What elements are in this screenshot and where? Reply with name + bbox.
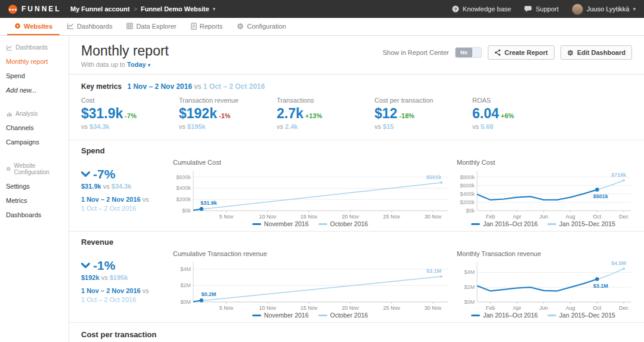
summary-dates: 1 Nov – 2 Nov 2016 vs 1 Oct – 2 Oct 2016 <box>81 195 171 213</box>
metric-cost-per-transaction[interactable]: Cost per transaction $12-18% vs $15 <box>374 97 472 130</box>
metric-cost[interactable]: Cost $31.9k-7% vs $34.3k <box>81 97 179 130</box>
funnel-logo-icon: ●●● <box>8 5 17 14</box>
tab-label: Dashboards <box>77 23 112 30</box>
chart-title: Monthly Transaction revenue <box>454 250 632 257</box>
legend-item[interactable]: Jan 2015–Dec 2015 <box>547 220 615 227</box>
svg-text:$31.9k: $31.9k <box>200 200 218 206</box>
main-nav: Websites Dashboards Data Explorer Report… <box>0 18 644 36</box>
breadcrumb-account[interactable]: My Funnel account <box>70 5 130 13</box>
svg-text:20 Nov: 20 Nov <box>342 214 359 220</box>
chart-plot[interactable]: $0k$200k$400k$600k$800kFebAprJunAugOctDe… <box>454 167 632 220</box>
svg-text:5 Nov: 5 Nov <box>219 305 234 311</box>
sidebar-item-dashboards[interactable]: Dashboards <box>0 208 69 222</box>
legend-label: Jan 2016–Oct 2016 <box>483 220 538 227</box>
funnel-logo[interactable]: ●●● FUNNEL <box>0 5 70 14</box>
legend-swatch <box>252 223 261 225</box>
svg-text:5 Nov: 5 Nov <box>219 214 234 220</box>
report-center-label: Show in Report Center <box>383 49 449 56</box>
report-center-toggle[interactable]: No <box>455 47 482 58</box>
svg-text:25 Nov: 25 Nov <box>383 305 401 311</box>
sidebar-item-campaigns[interactable]: Campaigns <box>0 135 69 149</box>
svg-text:?: ? <box>454 7 457 12</box>
question-icon: ? <box>452 5 459 13</box>
spend-summary[interactable]: -7% $31.9k vs $34.3k 1 Nov – 2 Nov 2016 … <box>81 159 171 213</box>
metric-delta: +13% <box>305 112 322 119</box>
delta-value: -1% <box>93 258 115 273</box>
svg-text:30 Nov: 30 Nov <box>425 214 442 220</box>
svg-text:$400k: $400k <box>176 185 191 191</box>
sidebar-item-channels[interactable]: Channels <box>0 121 69 135</box>
svg-text:Apr: Apr <box>513 214 521 220</box>
chevron-down-icon <box>81 171 90 177</box>
chart-plot[interactable]: $0M$2M$4M5 Nov10 Nov15 Nov20 Nov25 Nov30… <box>171 258 450 311</box>
key-metrics-title: Key metrics <box>81 82 122 91</box>
page-header: Monthly report With data up to Today ▾ S… <box>69 36 644 75</box>
chart-plot[interactable]: $0k$200k$400k$600k5 Nov10 Nov15 Nov20 No… <box>171 167 450 220</box>
data-up-to-selector[interactable]: Today ▾ <box>127 61 150 68</box>
tab-data-explorer[interactable]: Data Explorer <box>119 18 183 35</box>
breadcrumb-separator: > <box>134 5 137 13</box>
edit-dashboard-label: Edit Dashboard <box>577 49 626 56</box>
compare-period-label[interactable]: 1 Oct – 2 Oct 2016 <box>203 82 265 91</box>
svg-text:$4M: $4M <box>464 269 475 275</box>
support-link[interactable]: Support <box>524 5 559 13</box>
chevron-down-icon[interactable]: ▾ <box>213 6 216 12</box>
chart-canvas: $0M$2M$4M5 Nov10 Nov15 Nov20 Nov25 Nov30… <box>171 258 450 311</box>
page-subtitle: With data up to Today ▾ <box>81 61 169 68</box>
key-metrics-header: Key metrics 1 Nov – 2 Nov 2016 vs 1 Oct … <box>81 82 632 91</box>
user-menu[interactable]: Juuso Lyytikkä ▾ <box>572 4 636 15</box>
svg-text:$2M: $2M <box>464 284 475 290</box>
tab-dashboards[interactable]: Dashboards <box>60 18 119 35</box>
sidebar-item-spend[interactable]: Spend <box>0 69 69 83</box>
create-report-label: Create Report <box>504 49 548 56</box>
chart-canvas: $0M$2M$4MFebAprJunAugOctDec$4.5M$3.1M <box>454 258 632 311</box>
svg-text:$600k: $600k <box>176 174 191 180</box>
legend-item[interactable]: October 2016 <box>318 220 369 227</box>
vs-label: vs <box>194 82 201 91</box>
svg-text:Jun: Jun <box>540 305 549 311</box>
chart-plot[interactable]: $0M$2M$4MFebAprJunAugOctDec$4.5M$3.1M <box>454 258 632 311</box>
chart-legend: Jan 2016–Oct 2016Jan 2015–Dec 2015 <box>454 220 632 227</box>
sidebar-item-settings[interactable]: Settings <box>0 179 69 193</box>
sidebar-header-dashboards: Dashboards <box>0 39 69 54</box>
metric-label: Transactions <box>277 97 374 104</box>
revenue-summary[interactable]: -1% $192k vs $195k 1 Nov – 2 Nov 2016 vs… <box>81 250 171 304</box>
svg-text:$4M: $4M <box>180 266 191 272</box>
metric-transaction-revenue[interactable]: Transaction revenue $192k-1% vs $195k <box>179 97 277 130</box>
cost-per-transaction-section: Cost per transaction <box>69 323 644 342</box>
metric-roas[interactable]: ROAS 6.04+6% vs 5.68 <box>472 97 570 130</box>
legend-item[interactable]: November 2016 <box>252 312 309 319</box>
legend-item[interactable]: Jan 2016–Oct 2016 <box>471 220 538 227</box>
sidebar-item-add-new[interactable]: Add new... <box>0 83 69 97</box>
legend-swatch <box>547 223 556 225</box>
sidebar-header-label: Website Configuration <box>14 162 63 175</box>
chart-title: Cumulative Cost <box>171 159 450 166</box>
metric-transactions[interactable]: Transactions 2.7k+13% vs 2.4k <box>277 97 374 130</box>
tab-label: Data Explorer <box>136 23 176 30</box>
tab-configuration[interactable]: Configuration <box>230 18 293 35</box>
revenue-section: Revenue -1% $192k vs $195k 1 N <box>69 232 644 323</box>
legend-item[interactable]: November 2016 <box>252 220 309 227</box>
tab-reports[interactable]: Reports <box>184 18 230 35</box>
legend-item[interactable]: October 2016 <box>318 312 369 319</box>
metric-vs: vs $15 <box>374 123 472 130</box>
share-icon <box>494 49 501 56</box>
sidebar-item-monthly-report[interactable]: Monthly report <box>0 54 69 69</box>
key-metrics-section: Key metrics 1 Nov – 2 Nov 2016 vs 1 Oct … <box>69 75 644 140</box>
sidebar-item-metrics[interactable]: Metrics <box>0 193 69 208</box>
header-actions: Show in Report Center No Create Report E… <box>383 45 632 60</box>
knowledge-base-link[interactable]: ? Knowledge base <box>452 5 511 13</box>
sidebar-header-analysis: Analysis <box>0 106 69 121</box>
svg-text:15 Nov: 15 Nov <box>301 305 318 311</box>
tab-websites[interactable]: Websites <box>7 18 60 35</box>
legend-item[interactable]: Jan 2015–Dec 2015 <box>547 312 615 319</box>
create-report-button[interactable]: Create Report <box>488 45 555 60</box>
breadcrumb-site[interactable]: Funnel Demo Website <box>141 5 209 13</box>
svg-text:Feb: Feb <box>486 214 496 220</box>
period-label[interactable]: 1 Nov – 2 Nov 2016 <box>127 82 192 91</box>
legend-item[interactable]: Jan 2016–Oct 2016 <box>471 312 538 319</box>
svg-text:Oct: Oct <box>593 305 602 311</box>
edit-dashboard-button[interactable]: Edit Dashboard <box>561 45 632 60</box>
logo-text: FUNNEL <box>21 5 61 13</box>
metric-vs: vs 5.68 <box>472 123 570 130</box>
